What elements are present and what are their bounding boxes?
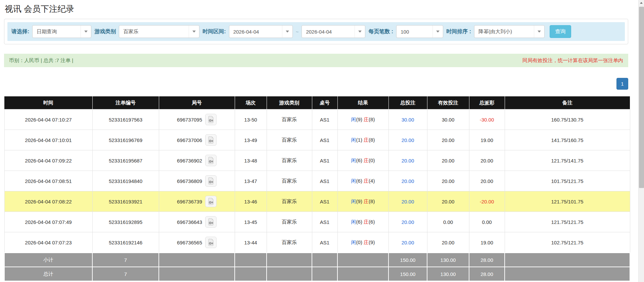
- total-bet-link[interactable]: 20.00: [402, 219, 414, 225]
- cell-payout: 20.00: [469, 150, 505, 171]
- video-replay-button[interactable]: [205, 114, 217, 125]
- cell-bet-id: 523316192146: [92, 232, 159, 253]
- cell-payout: -30.00: [469, 109, 505, 130]
- round-number: 696736902: [177, 158, 202, 163]
- column-header: 备注: [505, 96, 630, 109]
- page-1-button[interactable]: 1: [616, 78, 628, 90]
- totals-total-bet: 150.00: [388, 267, 427, 281]
- round-number: 696736739: [177, 199, 202, 204]
- video-file-icon: [208, 218, 214, 226]
- page-size-select[interactable]: 100: [396, 25, 443, 38]
- date-from-value: 2026-04-04: [233, 29, 259, 35]
- table-row: 2026-04-04 07:10:01523316196769696737006…: [4, 130, 630, 150]
- result-banker-label: 庄: [364, 198, 369, 204]
- cell-result: 闲(6) 庄(4): [337, 171, 388, 191]
- totals-valid-bet: 130.00: [427, 253, 469, 267]
- cell-payout: 19.00: [469, 130, 505, 150]
- cell-table-number: AS1: [312, 109, 337, 130]
- total-bet-link[interactable]: 20.00: [402, 178, 414, 184]
- result-player-score: (6): [356, 178, 362, 184]
- cell-bet-id: 523316192895: [92, 212, 159, 232]
- date-to-value: 2026-04-04: [306, 29, 332, 35]
- cell-result: 闲(1) 庄(8): [337, 130, 388, 150]
- result-player-label: 闲: [351, 239, 356, 245]
- result-banker-label: 庄: [364, 239, 369, 245]
- table-row: 2026-04-04 07:10:27523316197563696737095…: [4, 109, 630, 130]
- cell-game-type: 百家乐: [267, 109, 312, 130]
- result-banker-label: 庄: [364, 137, 369, 143]
- total-bet-link[interactable]: 20.00: [402, 199, 414, 204]
- result-player-score: (6): [356, 219, 362, 225]
- cell-time: 2026-04-04 07:08:22: [4, 191, 92, 212]
- cell-total-bet: 20.00: [388, 212, 427, 232]
- video-replay-button[interactable]: [205, 196, 217, 207]
- date-to-select[interactable]: 2026-04-04: [302, 25, 365, 38]
- cell-time: 2026-04-04 07:07:23: [4, 232, 92, 253]
- cell-table-number: AS1: [312, 232, 337, 253]
- bet-records-table: 时间注单编号局号场次游戏类别桌号结果总投注有效投注总派彩备注 2026-04-0…: [4, 96, 630, 281]
- column-header: 游戏类别: [267, 96, 312, 109]
- sort-select[interactable]: 降幂(由大到小): [474, 25, 545, 38]
- video-file-icon: [208, 157, 214, 164]
- cell-total-bet: 20.00: [388, 191, 427, 212]
- result-banker-score: (6): [369, 219, 375, 225]
- cell-table-number: AS1: [312, 150, 337, 171]
- chevron-down-icon: [432, 26, 443, 38]
- filter-bar: 请选择: 日期查询 游戏类别 百家乐 时间区间: 2026-04-04 ~: [7, 22, 625, 41]
- column-header: 注单编号: [92, 96, 159, 109]
- totals-empty-cell: [312, 267, 337, 281]
- result-banker-score: (0): [369, 157, 375, 163]
- total-bet-link[interactable]: 20.00: [402, 158, 414, 163]
- scrollbar-thumb[interactable]: [639, 7, 644, 188]
- total-bet-link[interactable]: 30.00: [402, 117, 414, 123]
- round-wrap: 696736643: [177, 216, 217, 228]
- query-button[interactable]: 查询: [550, 25, 571, 38]
- cell-game-type: 百家乐: [267, 150, 312, 171]
- query-type-select[interactable]: 日期查询: [32, 25, 91, 38]
- scroll-up-arrow-icon[interactable]: [639, 0, 644, 6]
- cell-total-bet: 20.00: [388, 150, 427, 171]
- total-bet-link[interactable]: 20.00: [402, 137, 414, 143]
- totals-count: 7: [92, 267, 159, 281]
- video-replay-button[interactable]: [205, 155, 217, 166]
- totals-empty-cell: [337, 253, 388, 267]
- video-replay-button[interactable]: [205, 237, 217, 248]
- cell-valid-bet: 20.00: [427, 232, 469, 253]
- cell-valid-bet: 20.00: [427, 171, 469, 191]
- cell-table-number: AS1: [312, 191, 337, 212]
- sort-value: 降幂(由大到小): [478, 29, 512, 35]
- video-replay-button[interactable]: [205, 134, 217, 146]
- total-bet-link[interactable]: 20.00: [402, 240, 414, 245]
- chevron-down-icon: [189, 26, 199, 38]
- totals-empty-cell: [312, 253, 337, 267]
- video-replay-button[interactable]: [205, 175, 217, 187]
- column-header: 场次: [235, 96, 267, 109]
- date-from-select[interactable]: 2026-04-04: [229, 25, 293, 38]
- result-player-label: 闲: [351, 178, 356, 184]
- game-type-select[interactable]: 百家乐: [119, 25, 199, 38]
- cell-remark: 141.75/160.75: [505, 130, 630, 150]
- cell-remark: 121.75/101.75: [505, 191, 630, 212]
- cell-table-number: AS1: [312, 171, 337, 191]
- cell-session: 13-50: [235, 109, 267, 130]
- cell-round-id: 696736809: [159, 171, 235, 191]
- result-banker-score: (8): [369, 116, 375, 122]
- betting-records-page: 视讯 会员下注纪录 请选择: 日期查询 游戏类别 百家乐 时间区间: 2026-…: [0, 0, 644, 282]
- cell-valid-bet: 20.00: [427, 150, 469, 171]
- cell-total-bet: 20.00: [388, 171, 427, 191]
- result-player-score: (0): [356, 239, 362, 245]
- result-banker-label: 庄: [364, 178, 369, 184]
- totals-empty-cell: [505, 267, 630, 281]
- cell-bet-id: 523316197563: [92, 109, 159, 130]
- result-banker-score: (8): [369, 137, 375, 143]
- cell-bet-id: 523316194840: [92, 171, 159, 191]
- column-header: 总投注: [388, 96, 427, 109]
- cell-result: 闲(9) 庄(8): [337, 191, 388, 212]
- vertical-scrollbar[interactable]: [638, 0, 644, 282]
- cell-round-id: 696736902: [159, 150, 235, 171]
- cell-game-type: 百家乐: [267, 212, 312, 232]
- result-player-label: 闲: [351, 116, 356, 122]
- video-replay-button[interactable]: [205, 216, 217, 228]
- result-banker-score: (8): [369, 198, 375, 204]
- table-row: 2026-04-04 07:09:22523316195687696736902…: [4, 150, 630, 171]
